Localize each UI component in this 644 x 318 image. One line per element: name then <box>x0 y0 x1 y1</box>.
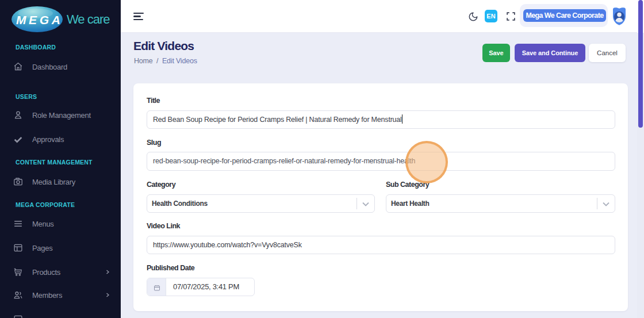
svg-text:MEGA: MEGA <box>16 13 63 26</box>
